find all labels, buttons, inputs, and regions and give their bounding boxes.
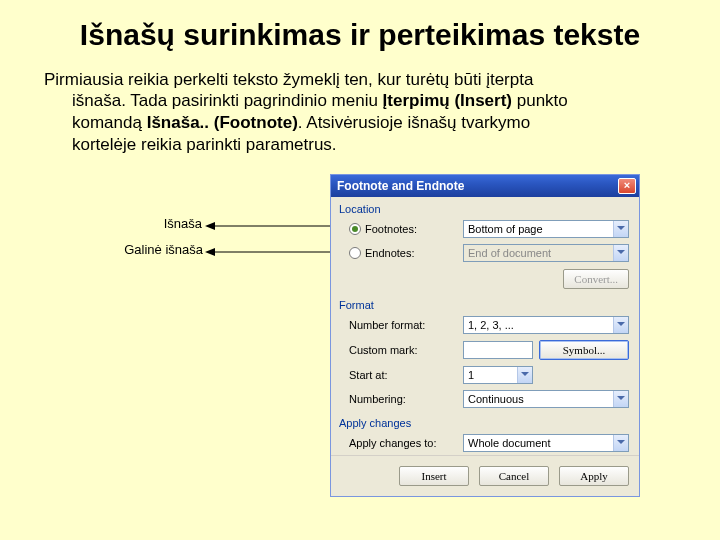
- para-line2a: išnaša. Tada pasirinkti pagrindinio meni…: [72, 91, 383, 110]
- footnotes-dropdown[interactable]: Bottom of page: [463, 220, 629, 238]
- svg-marker-3: [205, 248, 215, 256]
- section-format: Format: [331, 293, 639, 313]
- start-at-value: 1: [468, 369, 474, 381]
- endnotes-label: Endnotes:: [365, 247, 415, 259]
- convert-button[interactable]: Convert...: [563, 269, 629, 289]
- custom-mark-input[interactable]: [463, 341, 533, 359]
- para-line4: kortelėje reikia parinkti parametrus.: [72, 135, 337, 154]
- radio-endnotes[interactable]: [349, 247, 361, 259]
- chevron-down-icon[interactable]: [613, 317, 628, 333]
- apply-to-dropdown[interactable]: Whole document: [463, 434, 629, 452]
- bold-insert: Įterpimų (Insert): [383, 91, 512, 110]
- svg-marker-1: [205, 222, 215, 230]
- insert-button[interactable]: Insert: [399, 466, 469, 486]
- chevron-down-icon[interactable]: [613, 435, 628, 451]
- number-format-dropdown[interactable]: 1, 2, 3, ...: [463, 316, 629, 334]
- section-location: Location: [331, 197, 639, 217]
- number-format-label: Number format:: [349, 319, 457, 331]
- para-line3a: komandą: [72, 113, 147, 132]
- apply-to-label: Apply changes to:: [349, 437, 457, 449]
- arrow-endnote: [205, 248, 335, 256]
- section-apply: Apply changes: [331, 411, 639, 431]
- numbering-value: Continuous: [468, 393, 524, 405]
- para-line1: Pirmiausia reikia perkelti teksto žymekl…: [44, 70, 533, 89]
- chevron-down-icon: [613, 245, 628, 261]
- dialog-titlebar[interactable]: Footnote and Endnote ×: [331, 175, 639, 197]
- dialog-title: Footnote and Endnote: [337, 179, 464, 193]
- endnotes-value: End of document: [468, 247, 551, 259]
- chevron-down-icon[interactable]: [613, 221, 628, 237]
- bold-footnote: Išnaša.. (Footnote): [147, 113, 298, 132]
- cancel-button[interactable]: Cancel: [479, 466, 549, 486]
- footnote-dialog: Footnote and Endnote × Location Footnote…: [330, 174, 640, 497]
- page-title: Išnašų surinkimas ir perteikimas tekste: [0, 0, 720, 59]
- chevron-down-icon[interactable]: [613, 391, 628, 407]
- close-icon[interactable]: ×: [618, 178, 636, 194]
- number-format-value: 1, 2, 3, ...: [468, 319, 514, 331]
- para-line3c: . Atsivėrusioje išnašų tvarkymo: [298, 113, 530, 132]
- footnotes-label: Footnotes:: [365, 223, 417, 235]
- start-at-label: Start at:: [349, 369, 457, 381]
- apply-button[interactable]: Apply: [559, 466, 629, 486]
- endnotes-dropdown: End of document: [463, 244, 629, 262]
- numbering-label: Numbering:: [349, 393, 457, 405]
- spinner-icon[interactable]: [517, 367, 532, 383]
- apply-to-value: Whole document: [468, 437, 551, 449]
- symbol-button[interactable]: Symbol...: [539, 340, 629, 360]
- start-at-spinner[interactable]: 1: [463, 366, 533, 384]
- arrow-footnote: [205, 222, 335, 230]
- para-line2c: punkto: [512, 91, 568, 110]
- radio-footnotes[interactable]: [349, 223, 361, 235]
- custom-mark-label: Custom mark:: [349, 344, 457, 356]
- annotation-footnote: Išnaša: [142, 216, 202, 231]
- footnotes-value: Bottom of page: [468, 223, 543, 235]
- paragraph: Pirmiausia reikia perkelti teksto žymekl…: [0, 59, 720, 156]
- numbering-dropdown[interactable]: Continuous: [463, 390, 629, 408]
- annotation-endnote: Galinė išnaša: [109, 242, 203, 257]
